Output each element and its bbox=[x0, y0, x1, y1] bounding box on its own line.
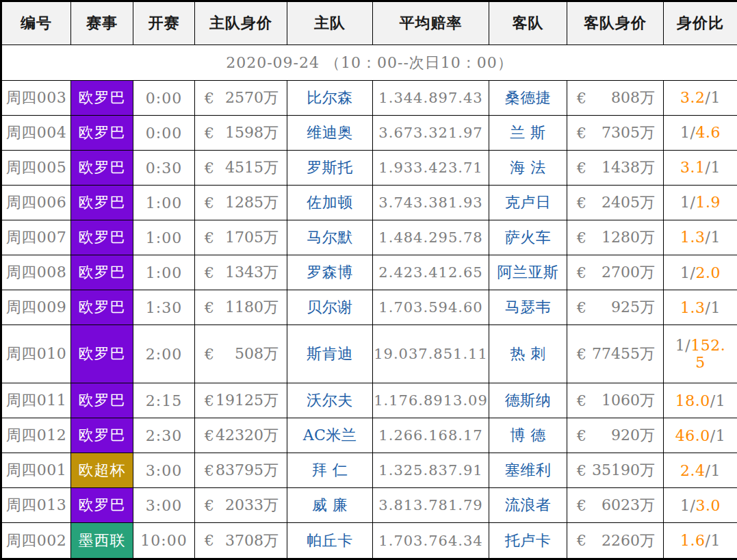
home-value-cell: €3708万 bbox=[195, 523, 287, 559]
ratio-part: 1.6 bbox=[680, 532, 706, 549]
kickoff-time-cell: 2:15 bbox=[133, 383, 195, 418]
value-ratio-cell: 1/3.0 bbox=[664, 488, 737, 523]
euro-currency-symbol: € bbox=[205, 90, 214, 107]
away-team-cell: 马瑟韦 bbox=[489, 290, 567, 325]
market-value: 2570万 bbox=[225, 88, 279, 108]
away-value-cell: €1438万 bbox=[567, 151, 664, 186]
market-value: 2260万 bbox=[602, 531, 655, 551]
league-badge-cell: 欧罗巴 bbox=[71, 151, 133, 186]
away-value-cell: €808万 bbox=[567, 81, 664, 116]
home-team-cell: 沃尔夫 bbox=[287, 383, 373, 418]
ratio-part: /1 bbox=[706, 229, 721, 246]
away-team-cell: 德斯纳 bbox=[489, 383, 567, 418]
match-id-cell: 周四009 bbox=[1, 290, 71, 325]
away-value-cell: €7305万 bbox=[567, 116, 664, 151]
match-id-cell: 周四003 bbox=[1, 81, 71, 116]
euro-currency-symbol: € bbox=[577, 346, 586, 363]
home-team-cell: 罗斯托 bbox=[287, 151, 373, 186]
match-id-cell: 周四007 bbox=[1, 220, 71, 255]
value-ratio-cell: 1/1.9 bbox=[664, 186, 737, 220]
league-badge-cell: 欧超杯 bbox=[71, 453, 133, 488]
kickoff-time-cell: 0:00 bbox=[133, 116, 195, 151]
home-team-cell: 维迪奥 bbox=[287, 116, 373, 151]
average-odds-cell: 1.176.8913.09 bbox=[373, 383, 489, 418]
euro-currency-symbol: € bbox=[205, 532, 214, 549]
ratio-part: 1.3 bbox=[680, 229, 706, 246]
home-team-cell: 罗森博 bbox=[287, 255, 373, 290]
ratio-part: /1 bbox=[710, 392, 725, 409]
column-header-6: 客队 bbox=[489, 1, 567, 45]
away-team-cell: 海 法 bbox=[489, 151, 567, 186]
market-value: 920万 bbox=[611, 425, 655, 446]
market-value: 2405万 bbox=[602, 192, 655, 213]
league-badge-cell: 墨西联 bbox=[71, 523, 133, 559]
market-value: 42320万 bbox=[216, 425, 279, 446]
ratio-part: /1 bbox=[710, 427, 725, 444]
kickoff-time-cell: 3:00 bbox=[133, 453, 195, 488]
ratio-part: 3.0 bbox=[695, 497, 721, 514]
average-odds-cell: 1.484.295.78 bbox=[373, 220, 489, 255]
ratio-part: 1/ bbox=[675, 337, 690, 354]
home-value-cell: €4515万 bbox=[195, 151, 287, 186]
match-id-cell: 周四013 bbox=[1, 488, 71, 523]
home-team-cell: 贝尔谢 bbox=[287, 290, 373, 325]
average-odds-cell: 1.933.423.71 bbox=[373, 151, 489, 186]
ratio-part: 1/ bbox=[680, 497, 695, 514]
column-header-5: 平均赔率 bbox=[373, 1, 489, 45]
column-header-4: 主队 bbox=[287, 1, 373, 45]
home-value-cell: €1598万 bbox=[195, 116, 287, 151]
match-row: 周四011欧罗巴2:15€19125万沃尔夫1.176.8913.09德斯纳€1… bbox=[1, 383, 737, 418]
home-value-cell: €508万 bbox=[195, 325, 287, 383]
euro-currency-symbol: € bbox=[205, 392, 214, 409]
away-team-cell: 克卢日 bbox=[489, 186, 567, 220]
away-team-cell: 流浪者 bbox=[489, 488, 567, 523]
away-value-cell: €925万 bbox=[567, 290, 664, 325]
value-ratio-cell: 1/4.6 bbox=[664, 116, 737, 151]
match-id-cell: 周四002 bbox=[1, 523, 71, 559]
value-ratio-cell: 3.2/1 bbox=[664, 81, 737, 116]
home-value-cell: €83795万 bbox=[195, 453, 287, 488]
kickoff-time-cell: 0:30 bbox=[133, 151, 195, 186]
market-value: 1180万 bbox=[225, 297, 279, 318]
match-row: 周四012欧罗巴2:30€42320万AC米兰1.266.168.17博 德€9… bbox=[1, 418, 737, 453]
average-odds-cell: 3.673.321.97 bbox=[373, 116, 489, 151]
value-ratio-cell: 2.4/1 bbox=[664, 453, 737, 488]
market-value: 3708万 bbox=[225, 531, 279, 551]
match-row: 周四007欧罗巴1:00€1705万马尔默1.484.295.78萨火车€128… bbox=[1, 220, 737, 255]
ratio-part: 1/ bbox=[680, 194, 695, 211]
value-ratio-cell: 46.0/1 bbox=[664, 418, 737, 453]
ratio-part: 5 bbox=[695, 354, 706, 371]
column-header-7: 客队身价 bbox=[567, 1, 664, 45]
euro-currency-symbol: € bbox=[577, 392, 586, 409]
average-odds-cell: 1.325.837.91 bbox=[373, 453, 489, 488]
match-odds-table: 编号赛事开赛主队身价主队平均赔率客队客队身价身价比 2020-09-24 （10… bbox=[0, 0, 737, 560]
market-value: 925万 bbox=[611, 297, 655, 318]
ratio-part: 3.2 bbox=[680, 89, 706, 106]
market-value: 808万 bbox=[611, 88, 655, 108]
league-badge-cell: 欧罗巴 bbox=[71, 186, 133, 220]
average-odds-cell: 3.743.381.93 bbox=[373, 186, 489, 220]
euro-currency-symbol: € bbox=[577, 264, 586, 281]
ratio-part: 3.1 bbox=[680, 159, 706, 176]
home-value-cell: €1285万 bbox=[195, 186, 287, 220]
away-team-cell: 塞维利 bbox=[489, 453, 567, 488]
value-ratio-cell: 1.3/1 bbox=[664, 220, 737, 255]
kickoff-time-cell: 0:00 bbox=[133, 81, 195, 116]
match-id-cell: 周四001 bbox=[1, 453, 71, 488]
market-value: 1598万 bbox=[225, 123, 279, 143]
league-badge-cell: 欧罗巴 bbox=[71, 81, 133, 116]
match-id-cell: 周四004 bbox=[1, 116, 71, 151]
table-body: 2020-09-24 （10：00--次日10：00） 周四003欧罗巴0:00… bbox=[1, 45, 737, 559]
euro-currency-symbol: € bbox=[577, 462, 586, 479]
market-value: 1438万 bbox=[602, 157, 655, 178]
average-odds-cell: 19.037.851.11 bbox=[373, 325, 489, 383]
value-ratio-cell: 1/152.5 bbox=[664, 325, 737, 383]
euro-currency-symbol: € bbox=[577, 497, 586, 514]
ratio-part: 1/ bbox=[680, 264, 695, 281]
market-value: 1285万 bbox=[225, 192, 279, 213]
away-value-cell: €2260万 bbox=[567, 523, 664, 559]
euro-currency-symbol: € bbox=[577, 125, 586, 142]
euro-currency-symbol: € bbox=[205, 427, 214, 444]
ratio-part: /1 bbox=[706, 159, 721, 176]
league-badge-cell: 欧罗巴 bbox=[71, 116, 133, 151]
